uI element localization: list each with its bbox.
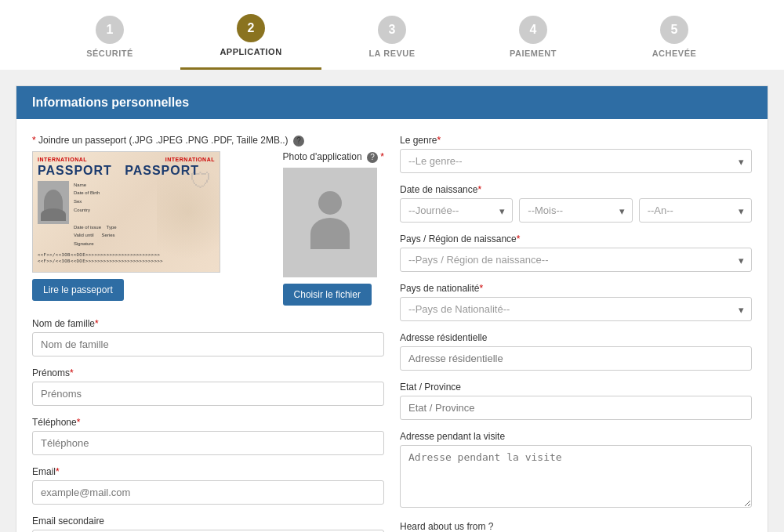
step-label-1: SÉCURITÉ [86, 49, 133, 58]
nom-famille-input[interactable] [32, 332, 384, 356]
adresse-visite-label: Adresse pendant la visite [400, 431, 752, 442]
photo-info-icon[interactable]: ? [367, 152, 378, 163]
nom-famille-label: Nom de famille* [32, 318, 384, 329]
year-select-wrapper: --An-- [639, 198, 752, 223]
genre-select-wrapper: --Le genre-- Masculin Féminin [400, 149, 752, 173]
day-select[interactable]: --Journée-- [400, 198, 513, 223]
photo-box [283, 168, 377, 277]
etat-label: Etat / Province [400, 382, 752, 393]
person-silhouette-icon [307, 191, 354, 254]
genre-group: Le genre* --Le genre-- Masculin Féminin [400, 135, 752, 173]
right-column: Le genre* --Le genre-- Masculin Féminin … [400, 135, 752, 532]
passport-image: INTERNATIONAL INTERNATIONAL PASSPORT PAS… [32, 151, 220, 273]
email-group: Email* [32, 466, 384, 505]
step-securite[interactable]: 1 SÉCURITÉ [39, 16, 180, 69]
dob-group: Date de naissance* --Journée-- --Mois-- [400, 184, 752, 223]
photo-area: Photo d'application ? * Choisir le fichi… [283, 151, 384, 306]
email-secondaire-label: Email secondaire [32, 516, 384, 527]
prenoms-group: Prénoms* [32, 367, 384, 406]
genre-select[interactable]: --Le genre-- Masculin Féminin [400, 149, 752, 173]
email-secondaire-group: Email secondaire [32, 516, 384, 532]
pays-naissance-select-wrapper: --Pays / Région de naissance-- [400, 248, 752, 272]
stepper: 1 SÉCURITÉ 2 APPLICATION 3 LA REVUE 4 PA… [0, 0, 784, 70]
heard-label: Heard about us from ? [400, 521, 752, 532]
upload-photo-row: INTERNATIONAL INTERNATIONAL PASSPORT PAS… [32, 151, 384, 306]
adresse-label: Adresse résidentielle [400, 332, 752, 343]
day-select-wrapper: --Journée-- [400, 198, 513, 223]
adresse-input[interactable] [400, 346, 752, 371]
genre-label: Le genre* [400, 135, 752, 146]
step-circle-3: 3 [378, 16, 406, 44]
month-select-wrapper: --Mois-- [519, 198, 632, 223]
upload-area: INTERNATIONAL INTERNATIONAL PASSPORT PAS… [32, 151, 270, 301]
telephone-input[interactable] [32, 431, 384, 455]
pays-naissance-select[interactable]: --Pays / Région de naissance-- [400, 248, 752, 272]
passport-fields: Name Date of Birth Sex Country Date of i… [74, 181, 117, 248]
pays-naissance-label: Pays / Région de naissance* [400, 233, 752, 244]
pays-nationalite-select-wrapper: --Pays de Nationalité-- [400, 297, 752, 321]
step-paiement[interactable]: 4 PAIEMENT [463, 16, 604, 69]
dob-label: Date de naissance* [400, 184, 752, 195]
passport-upload-label: * Joindre un passeport (.JPG .JPEG .PNG … [32, 135, 384, 147]
heard-group: Heard about us from ? - Entendre parler … [400, 521, 752, 532]
step-circle-2: 2 [237, 14, 265, 42]
step-circle-5: 5 [660, 16, 688, 44]
step-circle-1: 1 [96, 16, 124, 44]
step-label-3: LA REVUE [368, 49, 415, 58]
telephone-label: Téléphone* [32, 417, 384, 428]
dob-row: --Journée-- --Mois-- --An-- [400, 198, 752, 223]
telephone-group: Téléphone* [32, 417, 384, 455]
step-application[interactable]: 2 APPLICATION [180, 14, 321, 70]
form-area: * Joindre un passeport (.JPG .JPEG .PNG … [16, 119, 768, 532]
step-circle-4: 4 [519, 16, 547, 44]
photo-label: Photo d'application ? * [283, 151, 384, 163]
pays-nationalite-select[interactable]: --Pays de Nationalité-- [400, 297, 752, 321]
nom-famille-group: Nom de famille* [32, 318, 384, 356]
passport-watermark [157, 152, 220, 272]
adresse-visite-group: Adresse pendant la visite [400, 431, 752, 510]
main-container: Informations personnelles * Joindre un p… [16, 85, 768, 532]
passport-section: * Joindre un passeport (.JPG .JPEG .PNG … [32, 135, 384, 306]
person-head [318, 191, 342, 215]
pays-nationalite-label: Pays de nationalité* [400, 283, 752, 294]
passport-photo-silhouette [44, 190, 63, 215]
left-column: * Joindre un passeport (.JPG .JPEG .PNG … [32, 135, 384, 532]
choose-file-button[interactable]: Choisir le fichier [283, 284, 372, 306]
adresse-visite-textarea[interactable] [400, 445, 752, 508]
prenoms-label: Prénoms* [32, 367, 384, 378]
passport-info-icon[interactable]: ? [293, 136, 304, 147]
section-header: Informations personnelles [16, 86, 768, 119]
step-larevue[interactable]: 3 LA REVUE [321, 16, 463, 69]
email-input[interactable] [32, 480, 384, 505]
email-label: Email* [32, 466, 384, 477]
etat-input[interactable] [400, 396, 752, 420]
year-select[interactable]: --An-- [639, 198, 752, 223]
month-select[interactable]: --Mois-- [519, 198, 632, 223]
step-label-4: PAIEMENT [510, 49, 557, 58]
step-label-5: ACHEVÉE [652, 49, 697, 58]
prenoms-input[interactable] [32, 382, 384, 406]
pays-naissance-group: Pays / Région de naissance* --Pays / Rég… [400, 233, 752, 272]
passport-photo [38, 181, 69, 224]
etat-group: Etat / Province [400, 382, 752, 420]
adresse-group: Adresse résidentielle [400, 332, 752, 371]
read-passport-button[interactable]: Lire le passeport [32, 279, 124, 301]
person-body [310, 218, 350, 249]
step-achevee[interactable]: 5 ACHEVÉE [604, 16, 745, 69]
pays-nationalite-group: Pays de nationalité* --Pays de Nationali… [400, 283, 752, 321]
section-title: Informations personnelles [32, 96, 189, 109]
step-label-2: APPLICATION [220, 47, 281, 56]
